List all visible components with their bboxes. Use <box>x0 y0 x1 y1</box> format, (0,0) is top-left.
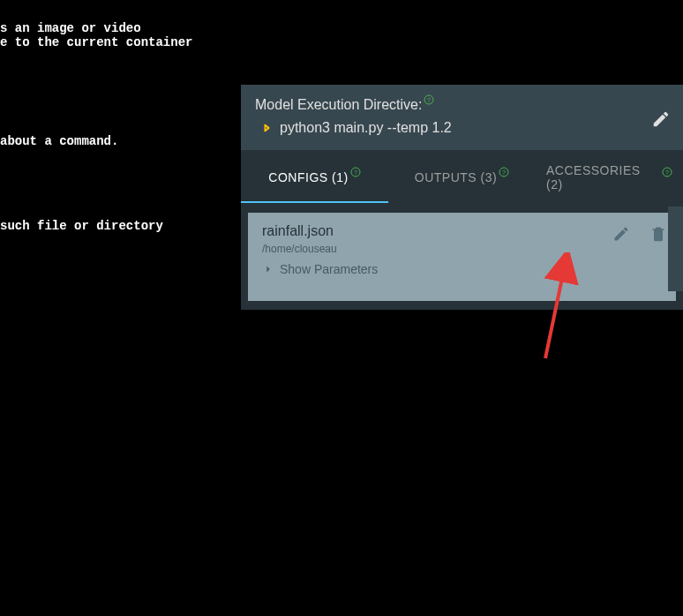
help-icon[interactable]: ? <box>350 167 361 177</box>
command-text: python3 main.py --temp 1.2 <box>280 120 452 136</box>
configs-list: rainfall.json /home/clouseau Show Parame… <box>241 204 683 310</box>
svg-text:?: ? <box>354 169 357 176</box>
tab-label: OUTPUTS (3) <box>415 170 497 184</box>
terminal-line: e to the current container <box>0 34 192 50</box>
config-path: /home/clouseau <box>262 243 664 255</box>
show-parameters-label: Show Parameters <box>280 262 378 276</box>
help-icon[interactable]: ? <box>424 94 434 105</box>
edit-directive-button[interactable] <box>651 109 671 132</box>
svg-text:?: ? <box>665 169 669 176</box>
terminal-output: s an image or video e to the current con… <box>0 0 229 616</box>
directive-label: Model Execution Directive: ? <box>255 97 434 113</box>
tab-outputs[interactable]: OUTPUTS (3) ? <box>388 150 536 203</box>
terminal-line: such file or directory <box>0 218 163 234</box>
directive-box: Model Execution Directive: ? python3 mai… <box>241 85 683 150</box>
tab-label: ACCESSORIES (2) <box>546 163 660 192</box>
directive-label-text: Model Execution Directive: <box>255 97 422 113</box>
show-parameters-toggle[interactable]: Show Parameters <box>262 262 664 276</box>
panel-gutter <box>668 207 683 291</box>
config-card-actions <box>612 225 667 245</box>
svg-text:?: ? <box>427 97 431 103</box>
command-row: python3 main.py --temp 1.2 <box>255 120 667 136</box>
tab-accessories[interactable]: ACCESSORIES (2) ? <box>536 150 683 203</box>
terminal-line: about a command. <box>0 133 118 149</box>
config-filename: rainfall.json <box>262 223 664 239</box>
pencil-icon <box>612 225 630 243</box>
delete-config-button[interactable] <box>649 225 667 245</box>
chevron-right-icon <box>262 263 274 275</box>
tab-label: CONFIGS (1) <box>268 170 348 184</box>
edit-config-button[interactable] <box>612 225 630 245</box>
help-icon[interactable]: ? <box>662 167 672 177</box>
chevron-right-icon <box>262 124 271 132</box>
tabs: CONFIGS (1) ? OUTPUTS (3) ? ACCESSORIES … <box>241 150 683 204</box>
side-panel: Model Execution Directive: ? python3 mai… <box>241 85 683 310</box>
trash-icon <box>649 225 667 243</box>
tab-configs[interactable]: CONFIGS (1) ? <box>241 150 388 203</box>
svg-text:?: ? <box>502 169 506 176</box>
config-card: rainfall.json /home/clouseau Show Parame… <box>248 213 676 301</box>
help-icon[interactable]: ? <box>499 167 509 177</box>
